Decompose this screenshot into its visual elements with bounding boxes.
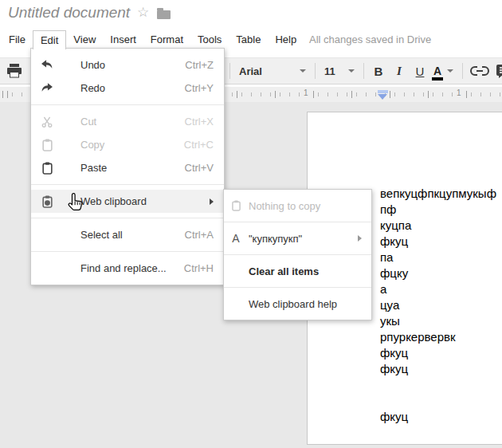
chevron-down-icon	[447, 69, 453, 73]
menu-separator	[224, 287, 371, 288]
menu-item-shortcut: Ctrl+H	[184, 262, 214, 274]
text-line: цуа	[380, 297, 496, 313]
menu-file[interactable]: File	[2, 30, 33, 49]
link-icon	[470, 65, 489, 77]
menu-item-shortcut: Ctrl+V	[185, 162, 214, 174]
font-family-select[interactable]: Arial	[234, 61, 311, 81]
folder-icon[interactable]	[157, 10, 171, 19]
menu-item-shortcut: Ctrl+Y	[185, 82, 214, 94]
menu-separator	[31, 218, 224, 218]
star-icon[interactable]: ☆	[137, 6, 149, 19]
insert-link-button[interactable]	[467, 61, 492, 81]
text-line: пф	[380, 202, 496, 218]
menu-item-label: Web clipboard	[80, 195, 147, 207]
font-size-value: 11	[324, 65, 335, 77]
clipboard-icon	[230, 200, 241, 211]
print-icon	[6, 64, 22, 78]
underline-button[interactable]: U	[410, 61, 430, 81]
toolbar-format-group: Arial 11 B I U A	[226, 58, 502, 84]
menu-edit[interactable]: Edit	[33, 30, 66, 49]
toolbar-separator	[229, 63, 230, 79]
toolbar-separator	[363, 63, 364, 79]
menubar: File Edit View Insert Format Tools Table…	[2, 30, 304, 49]
text-line: фцку	[380, 265, 496, 281]
text-line: куцпа	[380, 218, 496, 234]
toolbar-separator	[315, 63, 316, 79]
menu-format[interactable]: Format	[143, 30, 190, 49]
menu-view[interactable]: View	[66, 30, 103, 49]
scissors-icon	[39, 116, 55, 128]
menu-separator	[31, 251, 224, 252]
menu-item-shortcut: Ctrl+C	[184, 139, 214, 151]
chevron-down-icon	[300, 69, 306, 73]
menu-item-label: Select all	[80, 229, 123, 241]
menu-item-web-clipboard[interactable]: Web clipboard	[31, 190, 224, 213]
save-status: All changes saved in Drive	[309, 33, 431, 45]
submenu-item-label: Clear all items	[249, 265, 319, 277]
document-text: вепкуцфпкцупмукыф пф куцпа фкуц па фцку …	[380, 186, 496, 425]
menu-item-redo[interactable]: Redo Ctrl+Y	[31, 77, 224, 100]
text-line: па	[380, 250, 496, 265]
clipboard-icon	[39, 162, 55, 175]
left-indent-marker[interactable]	[378, 94, 387, 100]
menu-item-cut: Cut Ctrl+X	[31, 110, 224, 133]
menu-item-select-all[interactable]: Select all Ctrl+A	[31, 223, 224, 246]
text-line: фкуц	[380, 409, 496, 425]
text-color-a-icon: A	[433, 65, 441, 77]
menu-item-label: Copy	[80, 139, 104, 151]
menu-item-label: Paste	[80, 162, 107, 174]
menu-item-label: Find and replace...	[80, 262, 167, 274]
text-color-button[interactable]: A	[430, 61, 457, 81]
menu-insert[interactable]: Insert	[103, 30, 143, 49]
toolbar-separator	[462, 63, 463, 79]
text-line: а	[380, 281, 496, 297]
print-button[interactable]	[6, 64, 22, 81]
submenu-item-copied-text[interactable]: A "купкупукп"	[224, 227, 371, 250]
ruler-number: 1	[302, 89, 310, 97]
menu-item-label: Redo	[80, 82, 105, 94]
text-line	[380, 377, 496, 393]
edit-menu: Undo Ctrl+Z Redo Ctrl+Y Cut Ctrl+X Copy …	[30, 48, 225, 285]
menu-item-find-replace[interactable]: Find and replace... Ctrl+H	[31, 257, 224, 280]
bold-button[interactable]: B	[368, 61, 389, 81]
submenu-item-nothing-to-copy: Nothing to copy	[224, 195, 371, 217]
chevron-down-icon	[348, 69, 355, 73]
font-family-value: Arial	[239, 65, 262, 77]
submenu-item-label: Web clipboard help	[249, 298, 337, 310]
text-line: укы	[380, 313, 496, 329]
menu-item-paste[interactable]: Paste Ctrl+V	[31, 156, 224, 179]
text-line: фкуц	[380, 234, 496, 250]
font-size-select[interactable]: 11	[320, 61, 359, 81]
submenu-arrow-icon	[210, 198, 214, 205]
menu-item-label: Cut	[80, 116, 96, 128]
menu-item-undo[interactable]: Undo Ctrl+Z	[31, 53, 224, 77]
italic-button[interactable]: I	[389, 61, 410, 81]
document-title[interactable]: Untitled document	[8, 4, 130, 22]
menu-separator	[31, 104, 224, 105]
comment-button[interactable]	[492, 61, 502, 81]
text-line: фкуц	[380, 345, 496, 361]
clipboard-icon	[39, 139, 55, 151]
menu-separator	[224, 254, 371, 255]
text-item-icon: A	[230, 232, 241, 245]
redo-icon	[39, 83, 55, 93]
web-clipboard-submenu: Nothing to copy A "купкупукп" Clear all …	[223, 189, 372, 320]
text-line: вепкуцфпкцупмукыф	[380, 186, 496, 202]
menu-separator	[31, 184, 224, 185]
menu-table[interactable]: Table	[229, 30, 268, 49]
menu-item-shortcut: Ctrl+Z	[185, 59, 214, 71]
hand-cursor-icon	[67, 192, 85, 217]
submenu-item-help[interactable]: Web clipboard help	[224, 293, 371, 315]
menu-help[interactable]: Help	[268, 30, 304, 49]
menu-tools[interactable]: Tools	[190, 30, 229, 49]
menu-separator	[224, 222, 371, 222]
text-line: фкуц	[380, 361, 496, 377]
undo-icon	[39, 60, 55, 70]
submenu-arrow-icon	[358, 235, 362, 242]
submenu-item-clear-all[interactable]: Clear all items	[224, 260, 371, 282]
menu-item-copy: Copy Ctrl+C	[31, 133, 224, 156]
first-line-indent-marker[interactable]	[378, 90, 388, 93]
text-line: рпуркервервк	[380, 329, 496, 345]
submenu-item-label: "купкупукп"	[249, 233, 302, 245]
menu-item-label: Undo	[80, 59, 105, 71]
